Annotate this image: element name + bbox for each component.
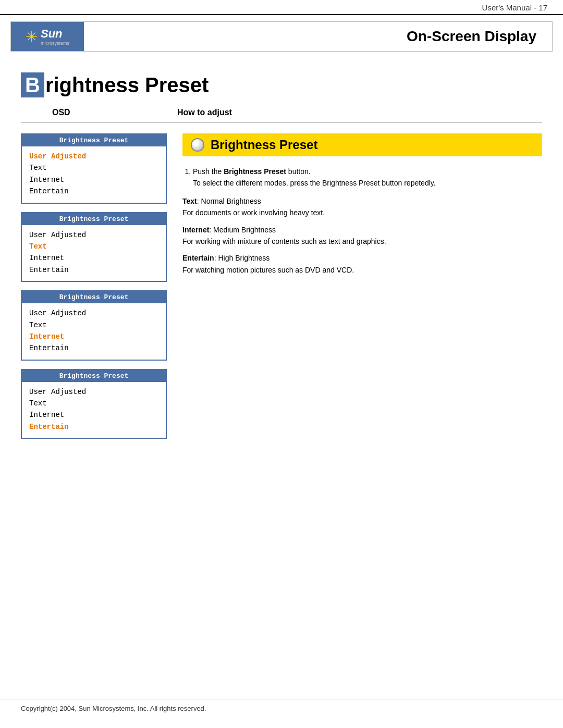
text-mode-bold: Text bbox=[182, 197, 197, 205]
osd-panel-3-item-internet: Internet bbox=[29, 331, 158, 342]
osd-panel-1-item-user-adjusted: User Adjusted bbox=[29, 151, 158, 162]
osd-panel-1-item-text: Text bbox=[29, 162, 158, 174]
internet-mode-desc: Internet: Medium Brightness For working … bbox=[182, 224, 542, 248]
copyright-text: Copyright(c) 2004, Sun Microsystems, Inc… bbox=[21, 705, 206, 712]
entertain-mode-sub: For watching motion pictures such as DVD… bbox=[182, 266, 354, 274]
internet-mode-sub: For working with mixture of contents suc… bbox=[182, 237, 386, 245]
step1-bold: Brightness Preset bbox=[224, 167, 286, 176]
osd-panel-1-item-internet: Internet bbox=[29, 174, 158, 186]
osd-column-label: OSD bbox=[21, 108, 177, 117]
how-to-adjust-label: How to adjust bbox=[177, 108, 232, 117]
osd-panel-1-body: User Adjusted Text Internet Entertain bbox=[22, 146, 166, 203]
osd-panel-3-header: Brightness Preset bbox=[22, 291, 166, 303]
osd-panel-3: Brightness Preset User Adjusted Text Int… bbox=[21, 290, 167, 361]
osd-panel-3-item-user-adjusted: User Adjusted bbox=[29, 307, 158, 319]
osd-panel-4-body: User Adjusted Text Internet Entertain bbox=[22, 382, 166, 438]
osd-panel-2-body: User Adjusted Text Internet Entertain bbox=[22, 225, 166, 281]
title-bar: ✳ Sun microsystems On-Screen Display bbox=[10, 21, 553, 52]
osd-panel-2-item-user-adjusted: User Adjusted bbox=[29, 229, 158, 241]
osd-panel-3-body: User Adjusted Text Internet Entertain bbox=[22, 303, 166, 360]
banner-circle-icon bbox=[191, 138, 204, 152]
sun-logo-icon: ✳ bbox=[26, 28, 38, 45]
osd-panel-1-item-entertain: Entertain bbox=[29, 186, 158, 197]
heading-letter-b: B bbox=[21, 72, 44, 97]
sun-logo-text: Sun bbox=[41, 27, 63, 40]
banner-title: Brightness Preset bbox=[211, 138, 317, 152]
top-bar: User's Manual - 17 bbox=[0, 0, 563, 15]
osd-panel-4-item-user-adjusted: User Adjusted bbox=[29, 386, 158, 398]
sub-header: OSD How to adjust bbox=[21, 108, 542, 117]
osd-panel-3-item-entertain: Entertain bbox=[29, 342, 158, 354]
manual-page-label: User's Manual - 17 bbox=[482, 3, 547, 12]
osd-panel-1-header: Brightness Preset bbox=[22, 134, 166, 146]
internet-mode-bold: Internet bbox=[182, 226, 209, 234]
entertain-mode-bold: Entertain bbox=[182, 254, 214, 262]
osd-panel-3-item-text: Text bbox=[29, 319, 158, 331]
instructions-text: Push the Brightness Preset button. To se… bbox=[182, 166, 542, 276]
osd-panel-4-item-text: Text bbox=[29, 398, 158, 409]
step-1: Push the Brightness Preset button. To se… bbox=[193, 166, 542, 189]
osd-panel-2-item-text: Text bbox=[29, 241, 158, 252]
page-content: B rightness Preset OSD How to adjust Bri… bbox=[0, 52, 563, 449]
step1-text: Push the Brightness Preset button. To se… bbox=[193, 167, 436, 187]
osd-panels-column: Brightness Preset User Adjusted Text Int… bbox=[21, 133, 167, 439]
osd-panel-1: Brightness Preset User Adjusted Text Int… bbox=[21, 133, 167, 204]
instructions-column: Brightness Preset Push the Brightness Pr… bbox=[182, 133, 542, 281]
osd-panel-4-header: Brightness Preset bbox=[22, 370, 166, 382]
entertain-mode-desc: Entertain: High Brightness For watching … bbox=[182, 252, 542, 276]
page-title: On-Screen Display bbox=[84, 22, 552, 51]
steps-list: Push the Brightness Preset button. To se… bbox=[182, 166, 542, 189]
osd-panel-2: Brightness Preset User Adjusted Text Int… bbox=[21, 212, 167, 282]
page-footer: Copyright(c) 2004, Sun Microsystems, Inc… bbox=[0, 699, 563, 718]
text-mode-sub: For documents or work involving heavy te… bbox=[182, 208, 325, 217]
osd-panel-4-item-entertain: Entertain bbox=[29, 421, 158, 433]
brightness-preset-banner: Brightness Preset bbox=[182, 133, 542, 156]
osd-panel-2-item-internet: Internet bbox=[29, 252, 158, 264]
section-divider bbox=[21, 122, 542, 123]
text-mode-desc: Text: Normal Brightness For documents or… bbox=[182, 195, 542, 219]
heading-rest: rightness Preset bbox=[45, 73, 209, 97]
two-column-layout: Brightness Preset User Adjusted Text Int… bbox=[21, 133, 542, 439]
sun-logo-sub: microsystems bbox=[41, 41, 69, 46]
sun-logo: ✳ Sun microsystems bbox=[26, 27, 69, 46]
osd-panel-2-header: Brightness Preset bbox=[22, 213, 166, 225]
logo-box: ✳ Sun microsystems bbox=[11, 22, 84, 51]
osd-panel-4-item-internet: Internet bbox=[29, 409, 158, 421]
osd-panel-4: Brightness Preset User Adjusted Text Int… bbox=[21, 369, 167, 439]
main-heading: B rightness Preset bbox=[21, 72, 542, 97]
osd-panel-2-item-entertain: Entertain bbox=[29, 264, 158, 276]
